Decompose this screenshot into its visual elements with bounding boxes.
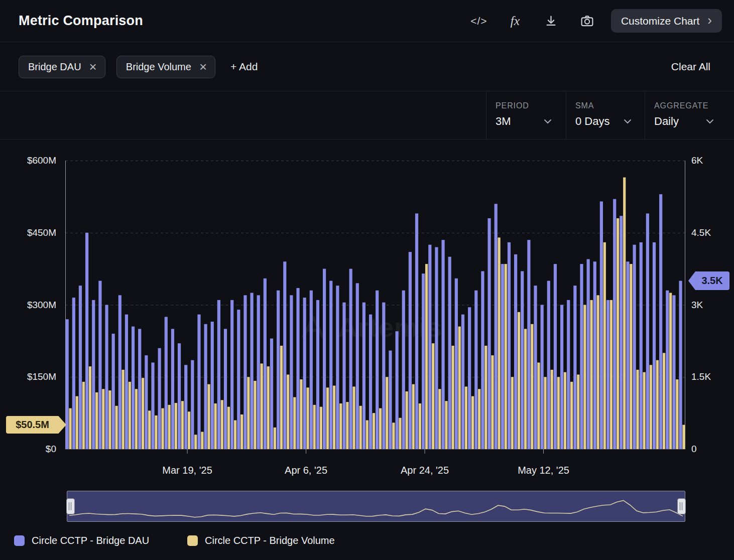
close-icon[interactable]: × xyxy=(199,60,207,73)
bar-dau[interactable] xyxy=(547,281,550,449)
bar-dau[interactable] xyxy=(389,351,392,449)
bar-volume[interactable] xyxy=(207,384,210,449)
bar-dau[interactable] xyxy=(560,305,563,450)
bar-dau[interactable] xyxy=(554,264,557,449)
bar-dau[interactable] xyxy=(481,271,484,449)
bar-dau[interactable] xyxy=(178,343,181,449)
bar-volume[interactable] xyxy=(656,360,659,449)
bar-volume[interactable] xyxy=(129,382,131,449)
bar-dau[interactable] xyxy=(593,261,596,449)
bar-dau[interactable] xyxy=(323,269,326,449)
bar-dau[interactable] xyxy=(679,281,682,449)
bar-volume[interactable] xyxy=(537,363,540,450)
bar-volume[interactable] xyxy=(254,381,256,449)
bar-dau[interactable] xyxy=(567,300,570,449)
bar-dau[interactable] xyxy=(396,331,399,449)
sma-dropdown[interactable]: SMA 0 Days xyxy=(566,92,645,139)
bar-dau[interactable] xyxy=(151,363,154,450)
bar-dau[interactable] xyxy=(92,300,95,449)
bar-dau[interactable] xyxy=(461,315,464,449)
clear-all-button[interactable]: Clear All xyxy=(671,61,710,73)
bar-dau[interactable] xyxy=(277,291,280,449)
bar-dau[interactable] xyxy=(191,360,194,449)
bar-volume[interactable] xyxy=(636,370,639,449)
bar-volume[interactable] xyxy=(115,406,117,449)
bar-dau[interactable] xyxy=(653,242,656,449)
legend-item-bridge-volume[interactable]: Circle CCTP - Bridge Volume xyxy=(187,535,335,546)
bar-volume[interactable] xyxy=(346,402,348,449)
bar-dau[interactable] xyxy=(283,261,286,449)
bar-dau[interactable] xyxy=(98,281,101,449)
bar-dau[interactable] xyxy=(296,288,299,449)
range-navigator[interactable] xyxy=(67,491,685,522)
bar-dau[interactable] xyxy=(600,201,603,449)
bar-volume[interactable] xyxy=(247,377,250,449)
bar-dau[interactable] xyxy=(197,315,200,449)
legend-item-bridge-dau[interactable]: Circle CCTP - Bridge DAU xyxy=(14,535,149,546)
bar-volume[interactable] xyxy=(544,377,546,449)
navigator-left-handle[interactable] xyxy=(66,498,75,514)
bar-volume[interactable] xyxy=(82,382,85,449)
bar-volume[interactable] xyxy=(102,389,104,449)
bar-volume[interactable] xyxy=(95,392,98,449)
formula-icon[interactable]: fx xyxy=(506,12,525,31)
bar-dau[interactable] xyxy=(640,242,643,449)
bar-dau[interactable] xyxy=(441,240,444,449)
bar-volume[interactable] xyxy=(300,379,302,449)
bar-volume[interactable] xyxy=(339,403,342,449)
bar-volume[interactable] xyxy=(313,405,316,449)
bar-dau[interactable] xyxy=(402,291,405,449)
bar-volume[interactable] xyxy=(373,413,375,449)
bar-volume[interactable] xyxy=(603,242,606,449)
bar-dau[interactable] xyxy=(422,273,425,449)
bar-dau[interactable] xyxy=(145,355,148,449)
bar-volume[interactable] xyxy=(89,366,91,449)
bar-volume[interactable] xyxy=(188,411,190,449)
bar-volume[interactable] xyxy=(484,346,487,449)
bar-dau[interactable] xyxy=(237,310,240,449)
bar-dau[interactable] xyxy=(587,259,590,449)
bar-dau[interactable] xyxy=(349,269,352,449)
bar-dau[interactable] xyxy=(487,218,491,449)
bar-volume[interactable] xyxy=(617,218,619,449)
bar-volume[interactable] xyxy=(531,324,533,449)
bar-dau[interactable] xyxy=(250,293,253,449)
bar-volume[interactable] xyxy=(108,390,111,449)
customize-chart-button[interactable]: Customize Chart › xyxy=(611,9,722,33)
bar-volume[interactable] xyxy=(650,365,652,449)
bar-volume[interactable] xyxy=(432,343,434,449)
bar-dau[interactable] xyxy=(290,295,293,449)
bar-volume[interactable] xyxy=(201,432,203,450)
bar-volume[interactable] xyxy=(557,377,560,449)
bar-volume[interactable] xyxy=(452,346,454,449)
bar-dau[interactable] xyxy=(230,300,233,449)
bar-volume[interactable] xyxy=(333,386,335,450)
bar-volume[interactable] xyxy=(214,403,217,449)
bar-dau[interactable] xyxy=(165,317,168,449)
bar-dau[interactable] xyxy=(336,286,339,449)
bar-chart-plot[interactable] xyxy=(65,161,685,458)
bar-volume[interactable] xyxy=(274,428,276,449)
bar-dau[interactable] xyxy=(495,204,498,449)
bar-volume[interactable] xyxy=(175,403,177,449)
bar-volume[interactable] xyxy=(564,372,566,449)
bar-dau[interactable] xyxy=(613,199,616,449)
bar-dau[interactable] xyxy=(125,315,128,449)
bar-volume[interactable] xyxy=(293,397,296,450)
bar-volume[interactable] xyxy=(597,295,599,449)
bar-dau[interactable] xyxy=(211,322,214,449)
bar-volume[interactable] xyxy=(386,377,388,449)
close-icon[interactable]: × xyxy=(89,60,97,73)
bar-dau[interactable] xyxy=(356,283,359,449)
bar-dau[interactable] xyxy=(72,298,75,449)
bar-dau[interactable] xyxy=(204,324,207,449)
bar-volume[interactable] xyxy=(326,387,329,449)
bar-volume[interactable] xyxy=(399,418,401,449)
bar-dau[interactable] xyxy=(66,319,69,449)
bar-dau[interactable] xyxy=(428,245,431,449)
bar-dau[interactable] xyxy=(573,286,576,449)
bar-volume[interactable] xyxy=(161,408,164,449)
bar-dau[interactable] xyxy=(659,194,662,449)
bar-volume[interactable] xyxy=(551,370,553,449)
bar-dau[interactable] xyxy=(620,216,623,449)
